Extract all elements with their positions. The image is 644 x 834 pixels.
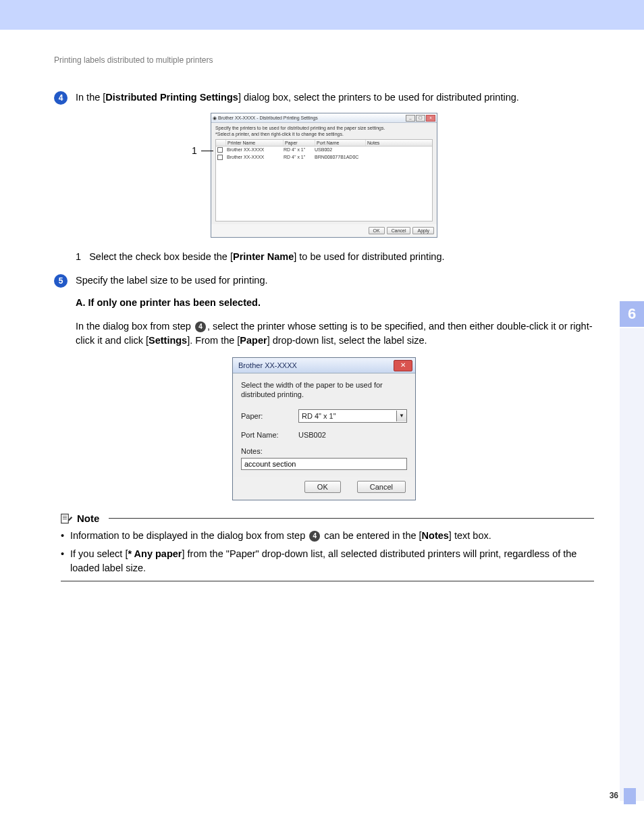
port-label: Port Name:	[241, 431, 298, 439]
cell-port: BRN008077B1AD0C	[313, 155, 363, 161]
ok-button[interactable]: OK	[304, 481, 341, 493]
close-button[interactable]: ✕	[394, 360, 412, 371]
table-row[interactable]: Brother XX-XXXX RD 4" x 1" BRN008077B1AD…	[216, 154, 432, 161]
paper-select-value: RD 4" x 1"	[302, 412, 336, 420]
notes-label: Notes:	[241, 447, 298, 455]
callout-line	[201, 151, 213, 151]
cancel-button[interactable]: Cancel	[357, 481, 406, 493]
window-title: Brother XX-XXXX	[238, 361, 297, 369]
table-row[interactable]: Brother XX-XXXX RD 4" x 1" USB002	[216, 147, 432, 154]
callout-label-1: 1	[192, 145, 197, 156]
printers-table: Printer Name Paper Port Name Notes Broth…	[215, 139, 433, 221]
note-title: Note	[77, 513, 99, 524]
port-value: USB002	[298, 431, 326, 439]
any-paper-bold: * Any paper	[128, 548, 182, 559]
cell-name: Brother XX-XXXX	[225, 155, 282, 161]
cell-paper: RD 4" x 1"	[282, 155, 313, 161]
note-bottom-rule	[61, 581, 594, 581]
section-a-paragraph: In the dialog box from step 4, select th…	[76, 319, 594, 348]
dialog-hint-2: *Select a printer, and then right-click …	[215, 132, 433, 136]
svg-rect-0	[61, 514, 69, 523]
paper-label: Paper:	[241, 412, 298, 420]
cell-paper: RD 4" x 1"	[282, 147, 313, 153]
page-number: 36	[610, 791, 618, 800]
paper-bold: Paper	[240, 335, 267, 346]
window-titlebar: ◉Brother XX-XXXX - Distributed Printing …	[211, 113, 437, 123]
note-pencil-icon	[61, 513, 73, 525]
txt: Select the check box beside the [	[89, 251, 233, 262]
row-checkbox[interactable]	[217, 155, 223, 160]
top-border-band	[0, 0, 644, 30]
minimize-button[interactable]: _	[406, 115, 415, 122]
chevron-down-icon: ▼	[396, 411, 406, 421]
apply-button[interactable]: Apply	[412, 227, 434, 234]
col-printer-name[interactable]: Printer Name	[226, 140, 284, 146]
txt: ]. From the [	[187, 335, 240, 346]
substep-num: 1	[76, 251, 81, 262]
note-rule	[109, 518, 594, 519]
note-item-1: Information to be displayed in the dialo…	[61, 529, 594, 543]
note-item-2: If you select [* Any paper] from the "Pa…	[61, 547, 594, 575]
step-4: 4 In the [Distributed Printing Settings]…	[54, 90, 594, 105]
step-bullet-4: 4	[54, 91, 68, 105]
step-ref-4-icon: 4	[309, 531, 320, 542]
window-title: Brother XX-XXXX - Distributed Printing S…	[218, 115, 318, 120]
page-number-accent	[624, 788, 636, 804]
app-icon: ◉	[213, 115, 217, 121]
notes-input[interactable]	[241, 458, 407, 470]
dialog-description: Select the width of the paper to be used…	[241, 380, 407, 400]
notes-bold: Notes	[422, 530, 449, 541]
ok-button[interactable]: OK	[369, 227, 385, 234]
cell-port: USB002	[313, 147, 363, 153]
col-port[interactable]: Port Name	[315, 140, 366, 146]
note-block: Note Information to be displayed in the …	[61, 513, 594, 581]
txt: ] to be used for distributed printing.	[294, 251, 444, 262]
txt: can be entered in the [	[321, 530, 421, 541]
txt: Information to be displayed in the dialo…	[70, 530, 308, 541]
sidebar-ghost	[620, 328, 644, 801]
txt: ] text box.	[449, 530, 491, 541]
substep-1: 1 Select the check box beside the [Print…	[76, 250, 594, 264]
printer-name-bold: Printer Name	[233, 251, 294, 262]
step-bullet-5: 5	[54, 274, 68, 288]
step-4-text: In the [Distributed Printing Settings] d…	[76, 90, 519, 105]
cell-notes	[363, 147, 432, 153]
txt: In the [	[76, 92, 105, 103]
settings-bold: Settings	[149, 335, 187, 346]
col-notes[interactable]: Notes	[366, 140, 432, 146]
txt: ] dialog box, select the printers to be …	[238, 92, 519, 103]
step-5: 5 Specify the label size to be used for …	[54, 273, 594, 288]
figure-distributed-printing-dialog: 1 ◉Brother XX-XXXX - Distributed Printin…	[211, 113, 437, 238]
col-paper[interactable]: Paper	[284, 140, 315, 146]
close-button[interactable]: x	[426, 115, 435, 122]
dialog-hint: Specify the printers to be used for dist…	[215, 126, 433, 130]
step-ref-4-icon: 4	[195, 321, 206, 332]
cell-name: Brother XX-XXXX	[225, 147, 282, 153]
section-a-heading: A. If only one printer has been selected…	[76, 297, 261, 308]
figure-printer-properties-dialog: Brother XX-XXXX ✕ Select the width of th…	[232, 357, 416, 500]
txt: In the dialog box from step	[76, 321, 194, 332]
maximize-button[interactable]: ▢	[416, 115, 425, 122]
cancel-button[interactable]: Cancel	[387, 227, 411, 234]
txt: ] drop-down list, select the label size.	[267, 335, 427, 346]
breadcrumb: Printing labels distributed to multiple …	[54, 55, 594, 65]
dist-print-settings-bold: Distributed Printing Settings	[105, 92, 238, 103]
row-checkbox[interactable]	[217, 147, 223, 153]
step-5-text: Specify the label size to be used for pr…	[76, 273, 268, 288]
cell-notes	[363, 155, 432, 161]
txt: If you select [	[70, 548, 128, 559]
window-titlebar: Brother XX-XXXX ✕	[233, 358, 415, 373]
chapter-tab: 6	[620, 301, 644, 327]
paper-select[interactable]: RD 4" x 1" ▼	[298, 409, 407, 423]
